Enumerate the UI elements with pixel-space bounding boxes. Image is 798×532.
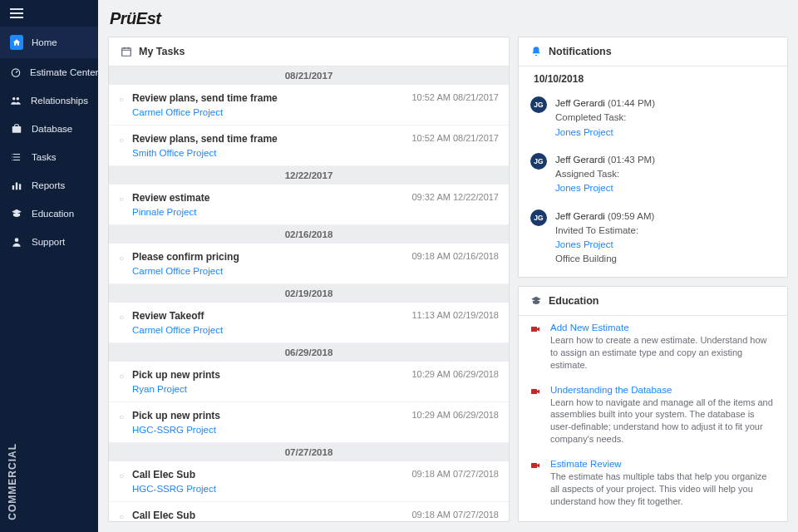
- education-header: Education: [519, 287, 787, 316]
- education-item: Add New EstimateLearn how to create a ne…: [519, 316, 787, 378]
- notification-link[interactable]: Jones Project: [555, 181, 776, 195]
- video-icon: [530, 385, 542, 446]
- notification-action: Invited To Estimate:: [555, 224, 776, 238]
- task-project-link[interactable]: Carmel Office Project: [132, 266, 405, 276]
- sidebar-item-reports[interactable]: Reports: [0, 171, 98, 200]
- task-title: Review estimate: [132, 192, 405, 204]
- task-date-header: 12/22/2017: [109, 166, 509, 185]
- task-project-link[interactable]: HGC-SSRG Project: [132, 425, 405, 435]
- task-time: 09:32 AM 12/22/2017: [411, 192, 499, 202]
- avatar: JG: [530, 153, 547, 170]
- notification-action: Completed Task:: [555, 111, 776, 125]
- task-project-link[interactable]: Smith Office Project: [132, 148, 405, 158]
- task-bullet: ○: [119, 92, 126, 104]
- nav-label: Estimate Center: [30, 67, 98, 77]
- education-link[interactable]: Understanding the Database: [550, 385, 776, 395]
- task-bullet: ○: [119, 251, 126, 263]
- notification-link[interactable]: Jones Project: [555, 238, 776, 252]
- notification-user: Jeff Gerardi: [555, 211, 605, 221]
- notifications-panel: Notifications 10/10/2018JGJeff Gerardi (…: [518, 37, 788, 278]
- svg-rect-8: [122, 48, 131, 56]
- topbar: PrüEst: [98, 0, 798, 37]
- graduation-icon: [10, 208, 23, 219]
- sidebar-item-support[interactable]: Support: [0, 228, 98, 256]
- task-row[interactable]: ○Review plans, send time frameSmith Offi…: [109, 126, 509, 166]
- support-icon: [10, 236, 23, 248]
- tasks-list[interactable]: 08/21/2017○Review plans, send time frame…: [109, 66, 509, 521]
- education-item: Understanding the DatabaseLearn how to n…: [519, 378, 787, 452]
- briefcase-icon: [10, 123, 23, 135]
- sidebar-item-estimate-center[interactable]: Estimate Center: [0, 58, 98, 86]
- task-project-link[interactable]: Carmel Office Project: [132, 325, 405, 335]
- notifications-header: Notifications: [519, 37, 787, 66]
- nav-label: Support: [32, 237, 65, 247]
- notifications-list[interactable]: 10/10/2018JGJeff Gerardi (01:44 PM)Compl…: [519, 66, 787, 277]
- main: PrüEst My Tasks 08/21/2017○Review plans,…: [98, 0, 798, 532]
- notification-item: JGJeff Gerardi (01:44 PM)Completed Task:…: [519, 91, 787, 148]
- chart-icon: [10, 180, 23, 191]
- sidebar-item-relationships[interactable]: Relationships: [0, 86, 98, 115]
- task-project-link[interactable]: Carmel Office Project: [132, 107, 405, 117]
- task-time: 11:13 AM 02/19/2018: [411, 310, 499, 320]
- bell-icon: [530, 46, 542, 57]
- menu-toggle[interactable]: [0, 0, 98, 27]
- education-desc: Learn how to navigate and manage all of …: [550, 397, 776, 446]
- task-bullet: ○: [119, 310, 126, 322]
- education-desc: The estimate has multiple tabs that help…: [550, 470, 776, 508]
- vertical-edition-label: COMMERCIAL: [0, 431, 98, 532]
- task-date-header: 02/16/2018: [109, 225, 509, 244]
- svg-rect-9: [531, 327, 537, 332]
- notification-user: Jeff Gerardi: [555, 155, 605, 165]
- education-list[interactable]: Add New EstimateLearn how to create a ne…: [519, 316, 787, 521]
- sidebar-item-education[interactable]: Education: [0, 200, 98, 228]
- task-row[interactable]: ○Call Elec SubRyan Project09:18 AM 07/27…: [109, 502, 509, 521]
- task-title: Call Elec Sub: [132, 510, 405, 521]
- sidebar-item-database[interactable]: Database: [0, 115, 98, 143]
- education-panel: Education Add New EstimateLearn how to c…: [518, 286, 788, 522]
- task-project-link[interactable]: Pinnale Project: [132, 207, 405, 217]
- task-row[interactable]: ○Review estimatePinnale Project09:32 AM …: [109, 185, 509, 225]
- task-time: 10:29 AM 06/29/2018: [411, 369, 499, 379]
- list-icon: [10, 151, 23, 163]
- svg-rect-3: [12, 126, 22, 133]
- task-project-link[interactable]: Ryan Project: [132, 384, 405, 394]
- task-row[interactable]: ○Call Elec SubHGC-SSRG Project09:18 AM 0…: [109, 461, 509, 502]
- home-icon: [10, 35, 23, 50]
- education-link[interactable]: Estimate Sheet: [550, 520, 776, 521]
- task-title: Please confirm pricing: [132, 251, 405, 263]
- task-bullet: ○: [119, 410, 126, 421]
- task-bullet: ○: [119, 133, 126, 145]
- notification-extra: Office Building: [555, 252, 776, 266]
- education-desc: Learn how to create a new estimate. Unde…: [550, 334, 776, 372]
- task-row[interactable]: ○Pick up new printsRyan Project10:29 AM …: [109, 362, 509, 402]
- hamburger-icon: [10, 8, 23, 18]
- task-bullet: ○: [119, 369, 126, 381]
- video-icon: [530, 459, 542, 508]
- education-link[interactable]: Estimate Review: [550, 459, 776, 469]
- task-row[interactable]: ○Review plans, send time frameCarmel Off…: [109, 85, 509, 126]
- nav-label: Reports: [32, 180, 65, 190]
- svg-point-7: [15, 238, 19, 242]
- svg-rect-6: [19, 184, 21, 190]
- education-link[interactable]: Add New Estimate: [550, 323, 776, 332]
- calendar-icon: [121, 46, 132, 57]
- sidebar-item-home[interactable]: Home: [0, 27, 98, 58]
- task-row[interactable]: ○Please confirm pricingCarmel Office Pro…: [109, 244, 509, 284]
- brand-logo: PrüEst: [110, 9, 160, 28]
- task-bullet: ○: [119, 469, 126, 480]
- nav-label: Education: [32, 209, 74, 219]
- notification-time: (01:43 PM): [608, 155, 655, 165]
- panel-title: My Tasks: [139, 46, 185, 57]
- notification-item: JGJeff Gerardi (01:43 PM)Assigned Task:J…: [519, 148, 787, 204]
- notification-item: JGJeff Gerardi (09:59 AM)Added New Estim…: [519, 275, 787, 278]
- gauge-icon: [10, 66, 22, 78]
- task-row[interactable]: ○Pick up new printsHGC-SSRG Project10:29…: [109, 402, 509, 443]
- task-project-link[interactable]: HGC-SSRG Project: [132, 484, 405, 494]
- task-title: Call Elec Sub: [132, 469, 405, 480]
- task-title: Review Takeoff: [132, 310, 405, 322]
- task-row[interactable]: ○Review TakeoffCarmel Office Project11:1…: [109, 303, 509, 343]
- sidebar-item-tasks[interactable]: Tasks: [0, 143, 98, 171]
- nav-list: Home Estimate Center Relationships Datab…: [0, 27, 98, 256]
- notification-link[interactable]: Jones Project: [555, 126, 776, 140]
- notification-action: Assigned Task:: [555, 167, 776, 181]
